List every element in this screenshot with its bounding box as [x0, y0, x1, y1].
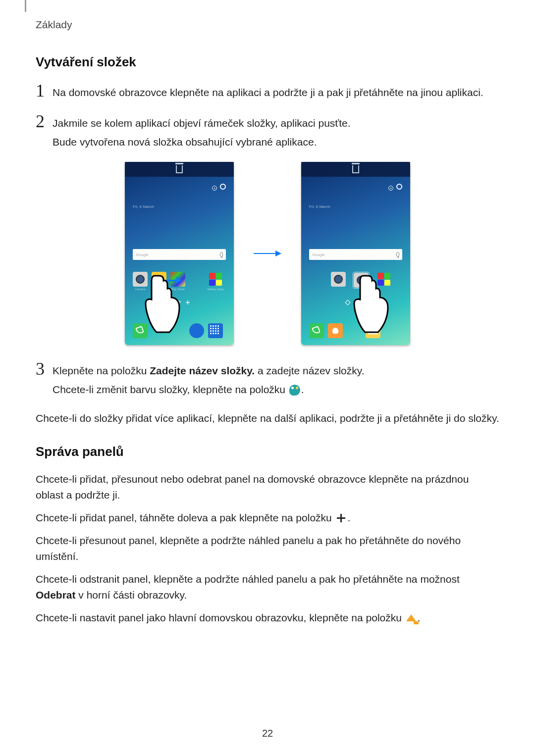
trash-icon [176, 165, 183, 173]
period: . [348, 512, 351, 523]
dock-row [133, 323, 226, 338]
page-number: 22 [0, 728, 535, 739]
camera-app-icon: Camera [133, 272, 148, 287]
text: a zadejte název složky. [255, 365, 364, 376]
phone-top-bar [125, 162, 234, 177]
phone-screenshot-after: + Fri, 6 March Google [301, 162, 410, 345]
text: Klepněte na položku [53, 365, 150, 376]
palette-icon [289, 385, 300, 396]
heading-create-folders: Vytváření složek [36, 54, 499, 70]
add-icon: + [212, 186, 217, 191]
app-label: Play Store [168, 288, 187, 291]
phone-app-icon [133, 323, 148, 338]
mic-icon [220, 252, 223, 257]
page-dot-icon [355, 301, 357, 303]
phone-app-icon [309, 323, 324, 338]
text: Chcete-li nastavit panel jako hlavní dom… [36, 612, 405, 623]
arrow-head-icon [176, 277, 181, 284]
folder-extra-para: Chcete-li do složky přidat více aplikací… [36, 410, 499, 426]
text: Chcete-li odstranit panel, klepněte a po… [36, 573, 460, 585]
step-3: 3 Klepněte na položku Zadejte název slož… [36, 360, 499, 401]
page-indicators [309, 301, 402, 304]
step-1-text: Na domovské obrazovce klepněte na aplika… [53, 85, 483, 101]
step-3-line1: Klepněte na položku Zadejte název složky… [53, 363, 365, 379]
app-label: Camera [131, 288, 150, 291]
add-page-icon [362, 301, 366, 304]
date-label: Fri, 6 March [309, 204, 330, 209]
phone-screenshot-before: + Fri, 6 March Google Camera Gallery [125, 162, 234, 345]
step-number: 1 [36, 82, 53, 100]
page-dot-icon [178, 301, 181, 303]
browser-app-icon [189, 323, 204, 338]
trash-icon [352, 165, 359, 173]
plus-icon [336, 513, 347, 524]
moon-icon [220, 184, 226, 190]
app-label: Gallery [150, 288, 168, 291]
galaxy-apps-icon: Galaxy Apps [208, 272, 223, 287]
apps-drawer-icon [208, 323, 223, 338]
camera-lens-icon [357, 276, 366, 285]
mail-app-icon [366, 323, 380, 338]
app-label: Galaxy Apps [206, 288, 225, 291]
page-indicators [133, 301, 226, 304]
folder-app-icon [354, 273, 369, 288]
drag-arrow [159, 276, 181, 285]
panels-p2: Chcete-li přidat panel, táhněte doleva a… [36, 510, 499, 526]
margin-rule [25, 0, 26, 12]
bold-text: Odebrat [36, 589, 76, 601]
phone-top-bar [301, 162, 410, 177]
date-label: Fri, 6 March [133, 204, 154, 209]
dock-row [309, 323, 402, 338]
contacts-app-icon [328, 323, 343, 338]
home-indicator-icon [345, 300, 350, 305]
moon-icon [396, 184, 402, 190]
page-content: Vytváření složek 1 Na domovské obrazovce… [36, 50, 499, 633]
text: Chcete-li změnit barvu složky, klepněte … [53, 384, 288, 395]
weather-widget: + [388, 184, 402, 195]
arrow-head-icon [275, 251, 281, 256]
step-body: Jakmile se kolem aplikací objeví rámeček… [53, 112, 351, 153]
add-page-icon [186, 301, 190, 304]
step-number: 2 [36, 112, 53, 130]
page-header: Základy [36, 19, 72, 31]
step-2-line2: Bude vytvořena nová složka obsahující vy… [53, 134, 351, 150]
step-1: 1 Na domovské obrazovce klepněte na apli… [36, 82, 499, 103]
panels-p1: Chcete-li přidat, přesunout nebo odebrat… [36, 471, 499, 503]
search-placeholder: Google [312, 252, 396, 257]
text: Chcete-li přidat panel, táhněte doleva a… [36, 512, 335, 523]
folder-frame [353, 272, 370, 289]
add-icon: + [388, 186, 393, 191]
home-icon [406, 613, 417, 624]
heading-manage-panels: Správa panelů [36, 444, 499, 459]
search-bar: Google [133, 249, 226, 260]
step-2-line1: Jakmile se kolem aplikací objeví rámeček… [53, 115, 351, 131]
bold-text: Zadejte název složky. [150, 365, 255, 376]
camera-lens-icon [334, 275, 343, 284]
panels-p4: Chcete-li odstranit panel, klepněte a po… [36, 571, 499, 603]
step-number: 3 [36, 360, 53, 378]
panels-p5: Chcete-li nastavit panel jako hlavní dom… [36, 610, 499, 626]
home-indicator-icon [168, 300, 174, 305]
camera-app-icon [331, 272, 346, 287]
panels-p3: Chcete-li přesunout panel, klepněte a po… [36, 533, 499, 564]
step-3-line2: Chcete-li změnit barvu složky, klepněte … [53, 382, 365, 398]
search-bar: Google [309, 249, 402, 260]
transition-arrow [254, 251, 281, 256]
document-page: Základy Vytváření složek 1 Na domovské o… [0, 0, 535, 756]
step-body: Klepněte na položku Zadejte název složky… [53, 360, 365, 401]
step-2: 2 Jakmile se kolem aplikací objeví rámeč… [36, 112, 499, 153]
step-body: Na domovské obrazovce klepněte na aplika… [53, 82, 483, 103]
illustration-row: + Fri, 6 March Google Camera Gallery [36, 162, 499, 345]
text: v horní části obrazovky. [76, 589, 187, 601]
weather-widget: + [212, 184, 226, 195]
galaxy-apps-icon [376, 272, 391, 287]
arrow-line [254, 253, 275, 254]
app-row [309, 272, 402, 289]
period: . [301, 384, 304, 395]
arrow-line [159, 280, 178, 281]
search-placeholder: Google [136, 252, 220, 257]
camera-lens-icon [136, 275, 145, 284]
mic-icon [396, 252, 399, 257]
